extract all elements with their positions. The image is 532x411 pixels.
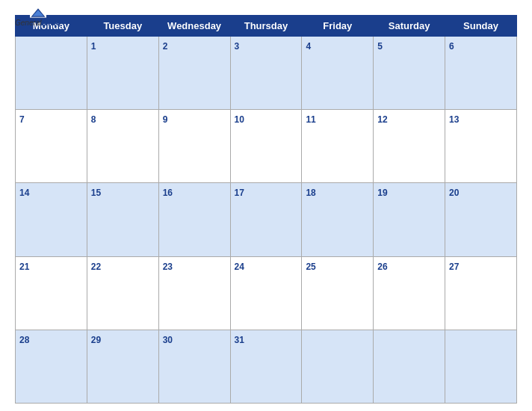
calendar-cell: 8	[87, 110, 158, 183]
calendar-cell: 17	[230, 183, 302, 256]
calendar-cell: 26	[374, 256, 445, 330]
day-number: 5	[377, 41, 383, 52]
calendar-cell: 22	[87, 256, 158, 330]
col-header-thursday: Thursday	[230, 16, 302, 37]
day-number: 13	[449, 114, 459, 125]
week-row-2: 78910111213	[16, 110, 517, 183]
week-row-1: 123456	[16, 37, 517, 110]
day-number: 26	[377, 262, 387, 272]
calendar-cell: 1	[87, 37, 158, 110]
col-header-tuesday: Tuesday	[87, 16, 158, 37]
day-number: 23	[163, 262, 173, 272]
day-number: 2	[163, 41, 168, 52]
calendar-cell: 24	[230, 256, 302, 330]
calendar-cell: 13	[445, 110, 517, 183]
day-number: 10	[235, 114, 244, 125]
day-number: 1	[91, 41, 96, 52]
calendar-cell	[16, 37, 87, 110]
calendar-cell: 18	[302, 183, 374, 256]
calendar-cell: 19	[374, 183, 445, 256]
day-number: 25	[306, 262, 315, 272]
calendar-cell: 29	[87, 330, 158, 403]
day-number: 9	[163, 114, 168, 125]
calendar-cell: 30	[158, 330, 230, 403]
week-row-4: 21222324252627	[16, 256, 517, 330]
calendar-cell: 9	[158, 110, 230, 183]
calendar-cell: 28	[16, 330, 87, 403]
day-number: 31	[235, 335, 244, 345]
day-number: 21	[19, 262, 29, 272]
calendar-cell: 5	[374, 37, 445, 110]
col-header-sunday: Sunday	[445, 16, 517, 37]
day-number: 8	[91, 114, 96, 125]
day-number: 17	[235, 188, 244, 198]
calendar-cell: 11	[302, 110, 374, 183]
calendar-cell: 20	[445, 183, 517, 256]
calendar-cell: 23	[158, 256, 230, 330]
day-number: 24	[235, 262, 244, 272]
logo-blue-text: Blue	[42, 18, 61, 27]
day-number: 11	[306, 114, 315, 125]
calendar-cell: 6	[445, 37, 517, 110]
calendar-table: MondayTuesdayWednesdayThursdayFridaySatu…	[15, 15, 517, 404]
calendar-cell: 14	[16, 183, 87, 256]
logo: General Blue	[15, 7, 61, 27]
col-header-wednesday: Wednesday	[158, 16, 230, 37]
calendar-cell	[445, 330, 517, 403]
day-number: 28	[19, 335, 29, 345]
calendar-cell: 2	[158, 37, 230, 110]
day-number: 27	[449, 262, 459, 272]
calendar-cell: 31	[230, 330, 302, 403]
logo-general-text: General	[15, 19, 42, 27]
day-number: 7	[19, 114, 25, 125]
day-header-row: MondayTuesdayWednesdayThursdayFridaySatu…	[16, 16, 517, 37]
calendar-cell: 25	[302, 256, 374, 330]
logo-icon	[30, 7, 46, 18]
calendar-cell: 3	[230, 37, 302, 110]
day-number: 22	[91, 262, 101, 272]
day-number: 15	[91, 188, 101, 198]
calendar-cell: 12	[374, 110, 445, 183]
day-number: 14	[19, 188, 29, 198]
day-number: 4	[306, 41, 311, 52]
calendar-cell: 27	[445, 256, 517, 330]
day-number: 12	[377, 114, 387, 125]
day-number: 30	[163, 335, 173, 345]
week-row-5: 28293031	[16, 330, 517, 403]
day-number: 29	[91, 335, 101, 345]
calendar-cell	[302, 330, 374, 403]
calendar-cell: 21	[16, 256, 87, 330]
day-number: 18	[306, 188, 315, 198]
day-number: 16	[163, 188, 173, 198]
day-number: 6	[449, 41, 454, 52]
calendar-header: General Blue	[15, 7, 517, 10]
day-number: 3	[235, 41, 240, 52]
calendar-cell: 15	[87, 183, 158, 256]
calendar-cell: 16	[158, 183, 230, 256]
calendar-cell: 4	[302, 37, 374, 110]
col-header-saturday: Saturday	[374, 16, 445, 37]
day-number: 20	[449, 188, 459, 198]
col-header-friday: Friday	[302, 16, 374, 37]
calendar-cell: 7	[16, 110, 87, 183]
day-number: 19	[377, 188, 387, 198]
calendar-cell	[374, 330, 445, 403]
week-row-3: 14151617181920	[16, 183, 517, 256]
calendar-cell: 10	[230, 110, 302, 183]
